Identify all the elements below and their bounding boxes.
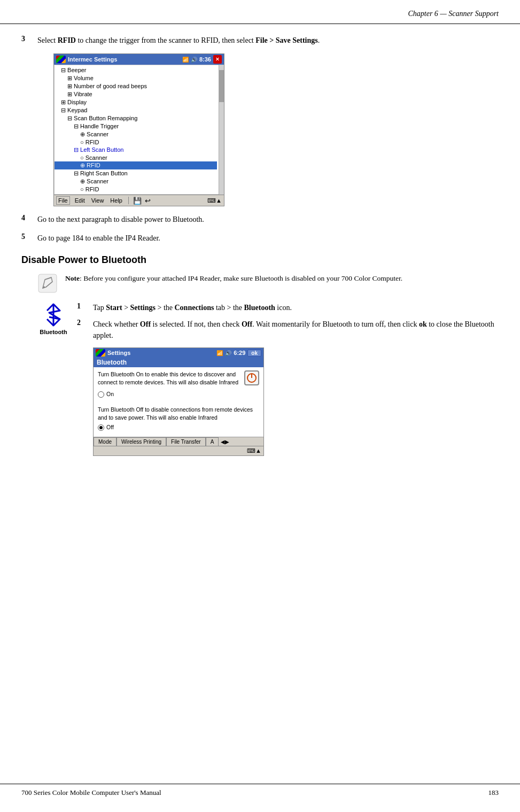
ss2-title-right: 📶 🔊 6:29 ok: [216, 350, 261, 357]
ss2-power-toggle-icon[interactable]: [244, 370, 259, 385]
radio-off-row: Off: [98, 423, 259, 431]
note-icon: [37, 273, 58, 293]
tree-item-right-scan: ⊟ Right Scan Button: [55, 169, 217, 177]
radio-on[interactable]: [98, 391, 104, 398]
ss2-title-left: Settings: [96, 349, 130, 357]
step-3-number: 3: [21, 35, 37, 46]
ss2-speaker-icon: 🔊: [225, 350, 231, 356]
ss1-title-right: 📶 🔊 8:36 ✕: [182, 55, 222, 64]
chapter-title: Chapter 6 — Scanner Support: [408, 10, 499, 18]
radio-on-label: On: [106, 390, 114, 398]
ss2-tab-file-transfer[interactable]: File Transfer: [166, 437, 206, 446]
wince-logo-icon: [56, 56, 66, 63]
ss2-tab-a[interactable]: A: [206, 437, 219, 446]
note-label: Note: [65, 274, 80, 282]
tree-item-vibrate: ⊞ Vibrate: [55, 90, 217, 98]
ss1-view-menu[interactable]: View: [90, 197, 106, 204]
section-heading: Disable Power to Bluetooth: [21, 254, 499, 266]
page-header: Chapter 6 — Scanner Support: [0, 0, 520, 24]
bluetooth-block: Bluetooth 1 Tap Start > Settings > the C…: [37, 302, 499, 462]
tree-item-scanner-1: ⊕ Scanner: [55, 130, 217, 138]
main-content: 3 Select RFID to change the trigger from…: [0, 24, 520, 500]
ss2-body: Turn Bluetooth On to enable this device …: [94, 367, 263, 437]
note-body: : Before you configure your attached IP4…: [80, 274, 402, 282]
ss1-signal-icon: 📶: [182, 57, 189, 63]
ss2-tab-mode[interactable]: Mode: [94, 437, 117, 446]
tree-item-keypad: ⊟ Keypad: [55, 106, 217, 114]
tree-item-beeps: ⊞ Number of good read beeps: [55, 82, 217, 90]
ss2-header-bar: Bluetooth: [94, 358, 263, 367]
bt-step-2-block: 2 Check whether Off is selected. If not,…: [77, 319, 499, 341]
ss2-time: 6:29: [234, 350, 245, 356]
file-save-bold: File > Save Settings: [255, 36, 317, 44]
ss1-toolbar: File Edit View Help 💾 ↩ ⌨▲: [54, 195, 224, 206]
tree-item-rfid-3: ○ RFID: [55, 185, 217, 193]
ss2-signal-icon: 📶: [216, 350, 223, 356]
power-icon-svg: [246, 373, 257, 383]
step-5-number: 5: [21, 233, 37, 244]
screenshot-1: Intermec Settings 📶 🔊 8:36 ✕ ⊟ Beeper ⊞ …: [53, 53, 224, 206]
ss2-on-row: Turn Bluetooth On to enable this device …: [98, 370, 259, 386]
ss1-undo-icon[interactable]: ↩: [145, 197, 151, 205]
bt-step-1-text: Tap Start > Settings > the Connections t…: [93, 302, 499, 313]
step-5-text: Go to page 184 to enable the IP4 Reader.: [37, 233, 499, 244]
ss2-off-text: Turn Bluetooth Off to disable connection…: [98, 406, 259, 421]
ss2-ok-button[interactable]: ok: [247, 350, 261, 357]
ss1-body: ⊟ Beeper ⊞ Volume ⊞ Number of good read …: [54, 65, 224, 195]
tree-item-handle-trigger: ⊟ Handle Trigger: [55, 122, 217, 130]
tree-item-volume: ⊞ Volume: [55, 74, 217, 82]
bluetooth-steps: 1 Tap Start > Settings > the Connections…: [77, 302, 499, 462]
ss1-scrollbar[interactable]: [219, 65, 224, 195]
bt-step-1-number: 1: [77, 302, 93, 313]
page-footer: 700 Series Color Mobile Computer User's …: [0, 784, 520, 801]
ss2-wince-logo: [96, 349, 105, 357]
ss1-edit-menu[interactable]: Edit: [73, 197, 87, 204]
radio-off-label: Off: [106, 423, 114, 431]
ss1-title-text: Intermec Settings: [68, 56, 117, 63]
ss2-keyboard-icon[interactable]: ⌨▲: [247, 447, 261, 454]
note-text: Note: Before you configure your attached…: [65, 273, 402, 284]
ss2-tab-wireless-printing[interactable]: Wireless Printing: [117, 437, 166, 446]
ss1-titlebar: Intermec Settings 📶 🔊 8:36 ✕: [54, 54, 224, 65]
bluetooth-icon-label: Bluetooth: [40, 329, 67, 335]
ss2-titlebar: Settings 📶 🔊 6:29 ok: [94, 348, 263, 358]
note-block: Note: Before you configure your attached…: [37, 273, 499, 293]
spacer: [98, 400, 259, 406]
ss1-close-button[interactable]: ✕: [213, 55, 222, 64]
ss1-save-icon[interactable]: 💾: [133, 197, 142, 205]
tree-item-scanner-3: ⊕ Scanner: [55, 177, 217, 185]
tree-item-rfid-1: ○ RFID: [55, 138, 217, 146]
step-3-text: Select RFID to change the trigger from t…: [37, 35, 499, 46]
footer-right: 183: [488, 788, 499, 797]
step-5-block: 5 Go to page 184 to enable the IP4 Reade…: [21, 233, 499, 244]
toolbar-sep: [128, 197, 129, 204]
bt-step-2-text: Check whether Off is selected. If not, t…: [93, 319, 499, 341]
ss1-time: 8:36: [199, 56, 211, 63]
rfid-bold: RFID: [58, 36, 76, 44]
svg-rect-0: [38, 274, 57, 292]
step-3-block: 3 Select RFID to change the trigger from…: [21, 35, 499, 46]
screenshot-1-container: Intermec Settings 📶 🔊 8:36 ✕ ⊟ Beeper ⊞ …: [37, 53, 499, 206]
ss1-file-menu[interactable]: File: [56, 196, 70, 205]
ss1-help-menu[interactable]: Help: [108, 197, 124, 204]
ss2-toolbar: ⌨▲: [94, 446, 263, 455]
ss2-bottom-bar: Mode Wireless Printing File Transfer A ◀…: [94, 437, 263, 446]
ss2-tab-nav[interactable]: ◀▶: [219, 439, 231, 445]
bt-step-2-number: 2: [77, 319, 93, 341]
tree-item-scanner-2: ○ Scanner: [55, 154, 217, 161]
ss1-speaker-icon: 🔊: [191, 57, 197, 63]
screenshot-2-container: Settings 📶 🔊 6:29 ok Bluetooth: [77, 347, 499, 456]
footer-left: 700 Series Color Mobile Computer User's …: [21, 788, 161, 797]
step-4-block: 4 Go to the next paragraph to disable po…: [21, 214, 499, 225]
ss1-keyboard-icon[interactable]: ⌨▲: [207, 197, 222, 204]
bt-step-1-block: 1 Tap Start > Settings > the Connections…: [77, 302, 499, 313]
step-4-number: 4: [21, 214, 37, 225]
ss2-title-text: Settings: [107, 350, 130, 356]
radio-off[interactable]: [98, 424, 104, 431]
tree-item-rfid-2-selected: ⊕ RFID: [55, 161, 217, 169]
bluetooth-icon-wrap: Bluetooth: [37, 302, 69, 335]
screenshot-2: Settings 📶 🔊 6:29 ok Bluetooth: [93, 347, 264, 456]
tree-item-beeper: ⊟ Beeper: [55, 66, 217, 74]
tree-item-scan-button-remapping: ⊟ Scan Button Remapping: [55, 114, 217, 122]
tree-item-display: ⊞ Display: [55, 98, 217, 106]
